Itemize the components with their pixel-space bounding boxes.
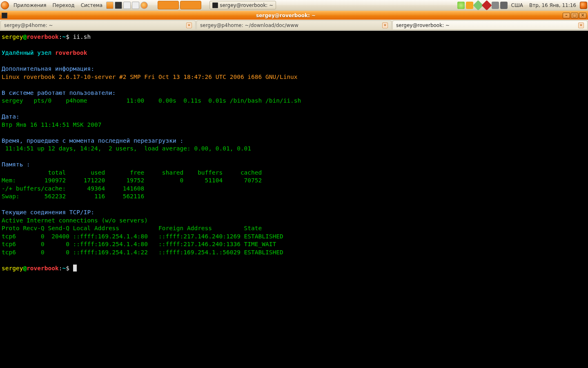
tray-user-icon[interactable] [466,2,473,9]
uptime-line: 11:14:51 up 12 days, 14:24, 2 users, loa… [2,145,251,152]
firefox-icon[interactable] [140,2,148,9]
section-heading: Память : [2,161,30,168]
cursor [73,265,77,272]
prompt-end: $ [66,34,73,40]
mem-header: total used free shared buffers cached [2,169,262,176]
mem-row: -/+ buffers/cache: 49364 141608 [2,185,144,192]
window-titlebar[interactable]: sergey@roverbook: ~ – ▢ ✕ [0,11,588,20]
ubuntu-logo-icon[interactable] [1,1,9,9]
prompt-host: roverbook [27,265,59,272]
tab-close-icon[interactable]: ✕ [186,22,192,28]
quit-icon[interactable] [580,2,587,9]
section-heading: Дата: [2,113,20,120]
net-row: tcp6 0 0 ::ffff:169.254.1.4:80 ::ffff:21… [2,241,283,247]
clock[interactable]: Втр, 16 Янв, 11:16 [527,2,579,8]
menu-applications[interactable]: Приложения [11,2,49,9]
tab-close-icon[interactable]: ✕ [578,22,584,28]
window-title: sergey@roverbook: ~ [10,13,562,18]
section-heading: Текущие соединения TCP/IP: [2,209,94,215]
prompt-end: $ [66,265,73,272]
terminal-tab[interactable]: sergey@p4home: ~ ✕ [0,20,196,29]
prompt-at: @ [23,34,27,40]
tray-skype-icon[interactable] [457,2,465,9]
volume-icon[interactable] [492,2,499,9]
prompt-at: @ [23,265,27,272]
panel-box[interactable] [158,1,179,9]
gnome-top-panel: Приложения Переход Система sergey@roverb… [0,0,588,11]
tab-close-icon[interactable]: ✕ [382,22,388,28]
network-icon[interactable] [500,2,508,9]
window-maximize-button[interactable]: ▢ [571,13,578,18]
prompt-host: roverbook [27,34,59,40]
launcher-icon[interactable] [106,2,114,9]
menu-system[interactable]: Система [78,2,105,9]
terminal-icon [2,13,7,18]
launcher-icon[interactable] [115,2,122,9]
mem-row: Mem: 190972 171220 19752 0 51104 70752 [2,177,262,184]
users-line: sergey pts/0 p4home 11:00 0.00s 0.11s 0.… [2,97,301,104]
terminal-tab[interactable]: sergey@p4home: ~/download/doc/www ✕ [196,20,392,29]
net-header: Proto Recv-Q Send-Q Local Address Foreig… [2,225,283,231]
remote-host: roverbook [55,49,87,56]
prompt-path: ~ [62,265,66,272]
terminal-output[interactable]: sergey@roverbook:~$ ii.sh Удалённый узел… [0,31,588,368]
section-heading: В системе работают пользователи: [2,90,116,96]
uname-line: Linux roverbook 2.6.17-10-server #2 SMP … [2,74,298,80]
menu-places[interactable]: Переход [50,2,77,9]
prompt-path: ~ [62,34,66,40]
window-minimize-button[interactable]: – [563,13,570,18]
keyboard-layout-indicator[interactable]: США [509,2,526,8]
taskbar-label: sergey@roverbook: ~ [220,2,273,8]
net-row: tcp6 0 0 ::ffff:169.254.1.4:22 ::ffff:16… [2,249,283,256]
terminal-icon [212,2,218,8]
net-row: tcp6 0 20400 ::ffff:169.254.1.4:80 ::fff… [2,233,283,240]
remote-label: Удалённый узел [2,49,55,56]
tab-label: sergey@p4home: ~/download/doc/www [200,22,380,28]
launcher-icon[interactable] [132,2,139,9]
tab-label: sergey@p4home: ~ [4,22,184,28]
panel-box[interactable] [180,1,201,9]
window-close-button[interactable]: ✕ [579,13,586,18]
terminal-tabstrip: sergey@p4home: ~ ✕ sergey@p4home: ~/down… [0,20,588,30]
date-line: Втр Янв 16 11:14:51 MSK 2007 [2,121,101,128]
mem-row: Swap: 562232 116 562116 [2,193,144,200]
net-header: Active Internet connections (w/o servers… [2,217,148,224]
terminal-tab-active[interactable]: sergey@roverbook: ~ ✕ [392,20,588,29]
launcher-icon[interactable] [123,2,131,9]
taskbar-terminal-button[interactable]: sergey@roverbook: ~ [209,1,276,9]
command-text: ii.sh [73,34,91,40]
section-heading: Время, прошедшее с момента последней пер… [2,137,183,144]
tab-label: sergey@roverbook: ~ [396,22,576,28]
section-heading: Дополнительная информация: [2,65,94,72]
prompt-user: sergey [2,265,23,272]
tray-app-icon[interactable] [481,0,492,10]
prompt-user: sergey [2,34,23,40]
